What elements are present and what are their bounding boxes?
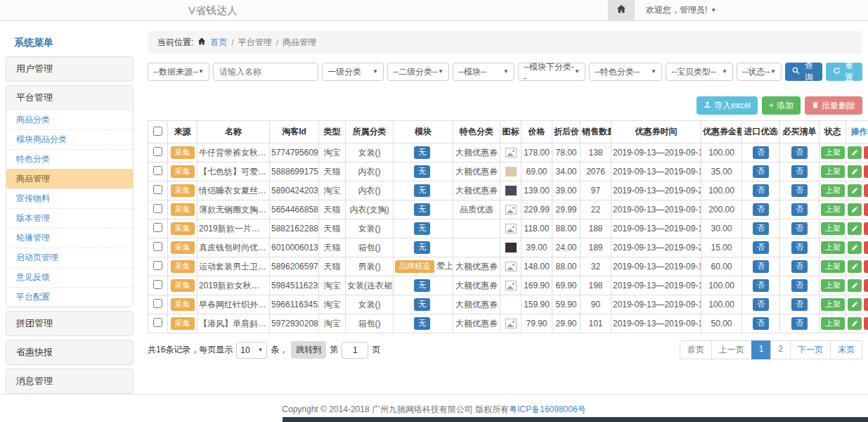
- status-badge[interactable]: 上架: [821, 146, 845, 159]
- cell-type: 天猫: [319, 162, 346, 181]
- cell-operations: [846, 238, 868, 257]
- sidebar-subitem[interactable]: 模块商品分类: [6, 129, 133, 149]
- cell-icon: [500, 143, 522, 162]
- delete-button[interactable]: [864, 222, 868, 235]
- sidebar-subitem[interactable]: 特色分类: [6, 149, 133, 169]
- level2-category-select[interactable]: --二级分类--▼: [387, 63, 449, 81]
- delete-button[interactable]: [864, 317, 868, 330]
- source-badge: 采集: [171, 146, 195, 159]
- delete-button[interactable]: [864, 241, 868, 254]
- feature-category-select[interactable]: --特色分类--▼: [589, 63, 662, 81]
- source-badge: 采集: [171, 260, 195, 273]
- reset-button[interactable]: 重置: [826, 63, 863, 81]
- jump-page-input[interactable]: [342, 342, 368, 359]
- row-checkbox[interactable]: [153, 318, 162, 327]
- sidebar-subitem[interactable]: 平台配置: [6, 287, 133, 307]
- module-select[interactable]: --模块--▼: [453, 63, 514, 81]
- sidebar-item-user-management[interactable]: 用户管理: [6, 57, 133, 81]
- delete-button[interactable]: [864, 260, 868, 273]
- row-checkbox[interactable]: [153, 223, 162, 232]
- status-badge[interactable]: 上架: [821, 298, 845, 311]
- home-button[interactable]: [608, 0, 635, 20]
- item-type-select[interactable]: --宝贝类型--▼: [666, 63, 733, 81]
- delete-button[interactable]: [864, 165, 868, 178]
- delete-button[interactable]: [864, 279, 868, 292]
- cell-price: 159.90: [522, 295, 552, 314]
- sidebar-subitem[interactable]: 版本管理: [6, 208, 133, 228]
- sidebar-subitem[interactable]: 意见反馈: [6, 267, 133, 287]
- pagination-button[interactable]: 1: [751, 340, 772, 359]
- sidebar-subitem[interactable]: 启动页管理: [6, 248, 133, 267]
- sidebar-group-item[interactable]: 拼团管理: [6, 312, 133, 335]
- status-badge[interactable]: 上架: [821, 241, 845, 254]
- product-image-icon: [505, 167, 517, 177]
- edit-button[interactable]: [848, 298, 862, 311]
- row-checkbox[interactable]: [153, 280, 162, 289]
- user-menu[interactable]: 欢迎您，管理员! ▼: [646, 4, 716, 16]
- cell-icon: [500, 276, 522, 295]
- name-search-input[interactable]: [213, 63, 318, 81]
- delete-button[interactable]: [864, 184, 868, 197]
- edit-button[interactable]: [848, 279, 862, 292]
- edit-button[interactable]: [848, 241, 862, 254]
- search-button[interactable]: 查询: [785, 63, 822, 81]
- edit-button[interactable]: [848, 146, 862, 159]
- cell-taoke-id: 588869917501: [270, 162, 319, 181]
- level1-category-select[interactable]: 一级分类▼: [322, 63, 384, 81]
- select-all-checkbox[interactable]: [153, 127, 162, 136]
- add-button[interactable]: + 添加: [762, 96, 801, 115]
- edit-button[interactable]: [848, 184, 862, 197]
- row-checkbox[interactable]: [153, 147, 162, 156]
- status-badge[interactable]: 上架: [821, 260, 845, 273]
- cell-sales: 22: [581, 200, 611, 219]
- row-checkbox[interactable]: [153, 242, 162, 251]
- module-subcategory-select[interactable]: --模块下分类--▼: [518, 63, 585, 81]
- row-checkbox[interactable]: [153, 261, 162, 270]
- sidebar-subitem[interactable]: 商品管理: [6, 169, 133, 188]
- status-badge[interactable]: 上架: [821, 184, 845, 197]
- edit-button[interactable]: [848, 222, 862, 235]
- sidebar-group-item[interactable]: 省惠快报: [6, 340, 133, 364]
- sidebar-subitem[interactable]: 宣传物料: [6, 188, 133, 208]
- data-source-select[interactable]: --数据来源--▼: [148, 63, 209, 81]
- status-badge[interactable]: 上架: [821, 317, 845, 330]
- page-size-select[interactable]: 10▼: [236, 342, 267, 359]
- row-checkbox[interactable]: [153, 166, 162, 175]
- pagination-button[interactable]: 上一页: [711, 340, 752, 359]
- cell-coupon-amount: 100.00: [701, 276, 742, 295]
- status-badge[interactable]: 上架: [821, 279, 845, 292]
- status-select[interactable]: --状态--▼: [737, 63, 782, 81]
- edit-button[interactable]: [848, 317, 862, 330]
- row-checkbox[interactable]: [153, 185, 162, 194]
- row-checkbox[interactable]: [153, 299, 162, 308]
- status-badge[interactable]: 上架: [821, 165, 845, 178]
- pagination-button[interactable]: 末页: [830, 340, 862, 359]
- sidebar-group: 拼团管理: [6, 311, 134, 336]
- delete-button[interactable]: [864, 203, 868, 216]
- edit-button[interactable]: [848, 260, 862, 273]
- delete-button[interactable]: [864, 298, 868, 311]
- import-excel-button[interactable]: 导入excel: [697, 96, 758, 115]
- select-value: --宝贝类型--: [671, 66, 716, 78]
- sidebar-item-platform-management[interactable]: 平台管理: [6, 86, 133, 110]
- cell-status: 上架: [820, 314, 846, 333]
- cell-category: 内衣(): [346, 162, 394, 181]
- status-badge[interactable]: 上架: [821, 203, 845, 216]
- pagination-button[interactable]: 首页: [680, 340, 712, 359]
- breadcrumb-home-link[interactable]: 首页: [210, 37, 227, 49]
- edit-button[interactable]: [848, 203, 862, 216]
- jump-button[interactable]: 跳转到: [291, 341, 326, 359]
- delete-button[interactable]: [864, 146, 868, 159]
- batch-delete-button[interactable]: 批量删除: [805, 96, 862, 115]
- row-checkbox[interactable]: [153, 204, 162, 213]
- sidebar-group-item[interactable]: 消息管理: [6, 369, 133, 393]
- pagination-button[interactable]: 2: [770, 340, 791, 359]
- platform-submenu: 商品分类 模块商品分类 特色分类 商品管理 宣传物料 版本管理 轮播管理 启动: [6, 110, 133, 307]
- status-badge[interactable]: 上架: [821, 222, 845, 235]
- icp-link[interactable]: 粤ICP备16098006号: [509, 404, 585, 414]
- edit-button[interactable]: [848, 165, 862, 178]
- pagination-button[interactable]: 下一页: [790, 340, 831, 359]
- sidebar-subitem[interactable]: 轮播管理: [6, 228, 133, 248]
- module-badge: 品牌精选: [395, 260, 434, 273]
- sidebar-subitem[interactable]: 商品分类: [6, 110, 133, 129]
